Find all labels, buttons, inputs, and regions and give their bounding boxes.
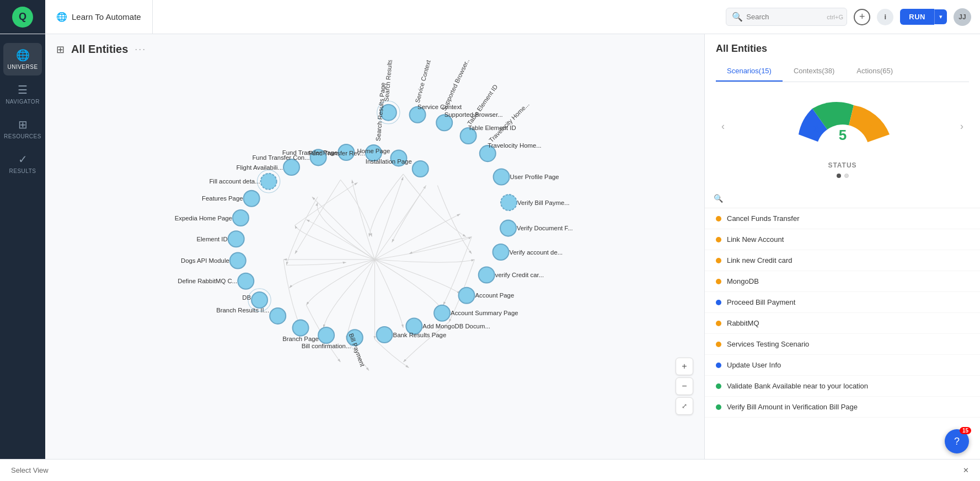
scenario-item[interactable]: Verify Bill Amount in Verification Bill … [705,397,980,418]
scenario-name: RabbitMQ [727,319,759,327]
scenario-name: Services Testing Scenario [727,340,809,348]
scenario-item[interactable]: Validate Bank Available near to your loc… [705,376,980,397]
close-bottom-bar-button[interactable]: ✕ [963,466,969,474]
panel-header: All Entities Scenarios(15) Contexts(38) … [705,34,980,82]
svg-point-21 [459,288,475,304]
tab-actions[interactable]: Actions(65) [845,61,904,82]
search-input[interactable] [746,13,823,21]
scenario-name: MongoDB [727,277,759,285]
zoom-in-button[interactable]: + [676,358,693,375]
select-view-label: Select View [11,466,49,474]
svg-point-27 [377,327,393,343]
run-button[interactable]: RUN [900,9,934,25]
svg-text:Travelocity Home...: Travelocity Home... [488,101,530,143]
svg-text:Bill confirmation...: Bill confirmation... [302,343,351,349]
gauge-next-button[interactable]: › [960,121,963,132]
svg-point-15 [500,220,516,236]
run-button-group: RUN ▾ [900,9,947,25]
topbar: Q 🌐 Learn To Automate 🔍 ctrl+G + i RUN ▾… [0,0,980,34]
sidebar-item-navigator[interactable]: ☰ NAVIGATOR [3,78,42,110]
gauge-container: ‹ 5 7 3 › STATUS [705,82,980,189]
status-dot [716,216,721,221]
scenario-name: Proceed Bill Payment [727,298,795,306]
panel-search[interactable]: 🔍 [705,189,980,208]
svg-point-43 [228,231,244,247]
tab-scenarios[interactable]: Scenarios(15) [716,61,783,82]
add-button[interactable]: + [854,9,870,25]
status-dot [716,237,721,242]
svg-text:Bank Results Page: Bank Results Page [393,332,447,338]
gauge-nav: ‹ 5 7 3 › [716,93,969,159]
globe-icon: 🌐 [56,12,67,22]
svg-point-31 [318,327,334,343]
tab-learn-to-automate[interactable]: 🌐 Learn To Automate [45,0,153,34]
grid-icon: ⊞ [56,44,65,56]
svg-point-47 [244,191,260,207]
gauge-status-label: STATUS [828,161,856,169]
scenario-item[interactable]: Cancel Funds Transfer [705,208,980,229]
help-button[interactable]: ? 15 [945,429,969,453]
svg-text:Travelocity Home...: Travelocity Home... [488,142,541,149]
main-layout: 🌐 UNIVERSE ☰ NAVIGATOR ⊞ RESOURCES ✓ RES… [0,34,980,459]
scenario-name: Cancel Funds Transfer [727,214,800,223]
svg-point-49 [261,174,277,190]
svg-text:Verify account de...: Verify account de... [510,249,563,256]
topbar-right: 🔍 ctrl+G + i RUN ▾ JJ [726,8,980,26]
svg-point-11 [494,169,510,185]
svg-text:3: 3 [813,123,818,134]
bottom-bar: Select View ✕ [0,459,980,481]
sidebar-item-universe[interactable]: 🌐 UNIVERSE [3,43,42,75]
svg-text:Branch Page: Branch Page [282,336,319,342]
svg-point-61 [413,161,429,177]
tab-contexts[interactable]: Contexts(38) [783,61,845,82]
search-shortcut: ctrl+G [827,14,843,20]
status-dot [716,258,721,263]
scenario-name: Link new Credit card [727,256,792,264]
sidebar-label-resources: RESOURCES [4,133,41,139]
panel-search-icon: 🔍 [714,194,723,203]
right-panel: All Entities Scenarios(15) Contexts(38) … [704,34,980,459]
graph-area[interactable]: Search Results Page Service Context Supp… [45,60,704,459]
svg-point-39 [238,273,254,289]
scenario-item[interactable]: Services Testing Scenario [705,334,980,355]
scenario-item[interactable]: Link new Credit card [705,250,980,271]
sidebar-item-resources[interactable]: ⊞ RESOURCES [3,112,42,145]
svg-text:Add MongoDB Docum...: Add MongoDB Docum... [422,323,490,329]
zoom-out-button[interactable]: − [676,377,693,395]
status-dot [716,404,721,410]
sidebar-label-universe: UNIVERSE [7,64,38,70]
avatar[interactable]: JJ [954,8,971,26]
user-icon-button[interactable]: i [877,9,893,25]
left-sidebar: 🌐 UNIVERSE ☰ NAVIGATOR ⊞ RESOURCES ✓ RES… [0,34,45,459]
svg-text:Verify Document F...: Verify Document F... [517,225,573,231]
svg-text:Service Context: Service Context [414,60,432,104]
gauge-dot-2[interactable] [844,174,849,178]
svg-text:DB: DB [242,294,251,301]
zoom-controls: + − ⤢ [676,358,693,415]
svg-text:Flight Availabili...: Flight Availabili... [237,164,283,171]
sidebar-label-navigator: NAVIGATOR [6,99,40,105]
svg-text:Features Page: Features Page [202,195,243,202]
status-dot [716,383,721,389]
scenario-item[interactable]: MongoDB [705,271,980,292]
scenario-item[interactable]: RabbitMQ [705,313,980,334]
sidebar-item-results[interactable]: ✓ RESULTS [3,147,42,180]
scenario-item[interactable]: Proceed Bill Payment [705,292,980,313]
svg-text:Search Results Page: Search Results Page [383,60,394,102]
dots-menu[interactable]: ··· [135,44,146,55]
panel-title: All Entities [716,43,969,55]
zoom-fit-button[interactable]: ⤢ [676,397,693,415]
universe-icon: 🌐 [16,48,30,62]
logo-letter: Q [12,7,33,28]
scenario-item[interactable]: Update User Info [705,355,980,376]
page-title: All Entities [71,43,128,56]
search-bar[interactable]: 🔍 ctrl+G [726,8,847,26]
svg-point-19 [479,267,495,283]
svg-text:Define RabbitMQ C...: Define RabbitMQ C... [178,278,237,284]
gauge-prev-button[interactable]: ‹ [721,121,725,132]
sidebar-label-results: RESULTS [9,168,36,174]
scenario-item[interactable]: Link New Account [705,229,980,250]
run-dropdown-button[interactable]: ▾ [934,9,947,24]
app-logo[interactable]: Q [0,0,45,34]
gauge-dot-1[interactable] [837,174,841,178]
